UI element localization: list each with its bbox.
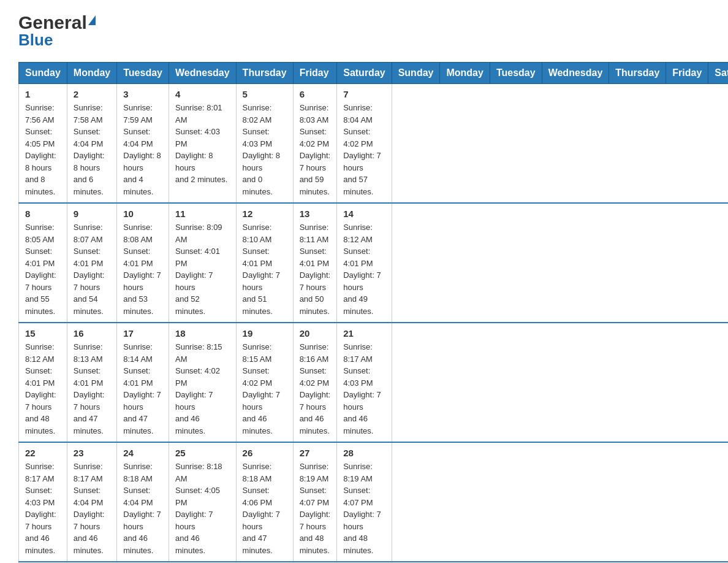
day-info: Sunrise: 7:59 AMSunset: 4:04 PMDaylight:… — [123, 102, 162, 197]
calendar-cell: 28 Sunrise: 8:19 AMSunset: 4:07 PMDaylig… — [337, 442, 392, 562]
day-info: Sunrise: 8:07 AMSunset: 4:01 PMDaylight:… — [74, 221, 110, 317]
day-info: Sunrise: 8:02 AMSunset: 4:03 PMDaylight:… — [243, 102, 287, 197]
logo: General Blue — [18, 12, 96, 50]
calendar-cell: 13 Sunrise: 8:11 AMSunset: 4:01 PMDaylig… — [293, 203, 337, 323]
calendar-cell: 20 Sunrise: 8:16 AMSunset: 4:02 PMDaylig… — [293, 323, 337, 442]
day-number: 23 — [74, 448, 110, 458]
day-number: 8 — [25, 209, 61, 219]
day-info: Sunrise: 7:56 AMSunset: 4:05 PMDaylight:… — [25, 102, 61, 197]
day-info: Sunrise: 8:11 AMSunset: 4:01 PMDaylight:… — [300, 221, 331, 317]
calendar-cell: 8 Sunrise: 8:05 AMSunset: 4:01 PMDayligh… — [19, 203, 67, 323]
day-info: Sunrise: 8:05 AMSunset: 4:01 PMDaylight:… — [25, 221, 61, 317]
day-info: Sunrise: 8:14 AMSunset: 4:01 PMDaylight:… — [123, 341, 162, 437]
calendar-table: SundayMondayTuesdayWednesdayThursdayFrid… — [18, 62, 728, 563]
day-info: Sunrise: 8:08 AMSunset: 4:01 PMDaylight:… — [123, 221, 162, 317]
header-thursday: Thursday — [236, 63, 293, 84]
day-number: 21 — [343, 328, 385, 339]
day-info: Sunrise: 8:19 AMSunset: 4:07 PMDaylight:… — [300, 461, 331, 556]
day-info: Sunrise: 8:03 AMSunset: 4:02 PMDaylight:… — [300, 102, 331, 197]
day-info: Sunrise: 8:09 AMSunset: 4:01 PMDaylight:… — [175, 221, 230, 317]
calendar-week-row: 22 Sunrise: 8:17 AMSunset: 4:03 PMDaylig… — [19, 442, 729, 562]
day-number: 6 — [300, 89, 331, 99]
calendar-header-row: SundayMondayTuesdayWednesdayThursdayFrid… — [19, 63, 729, 84]
calendar-cell: 12 Sunrise: 8:10 AMSunset: 4:01 PMDaylig… — [236, 203, 293, 323]
day-info: Sunrise: 8:15 AMSunset: 4:02 PMDaylight:… — [175, 341, 230, 437]
day-number: 4 — [175, 89, 230, 99]
calendar-cell: 7 Sunrise: 8:04 AMSunset: 4:02 PMDayligh… — [337, 84, 392, 204]
header-wednesday: Wednesday — [542, 63, 609, 84]
calendar-cell: 23 Sunrise: 8:17 AMSunset: 4:04 PMDaylig… — [67, 442, 116, 562]
calendar-cell: 21 Sunrise: 8:17 AMSunset: 4:03 PMDaylig… — [337, 323, 392, 442]
day-info: Sunrise: 8:04 AMSunset: 4:02 PMDaylight:… — [343, 102, 385, 197]
day-number: 26 — [243, 448, 287, 458]
header-thursday: Thursday — [609, 63, 666, 84]
header-friday: Friday — [666, 63, 708, 84]
day-info: Sunrise: 8:15 AMSunset: 4:02 PMDaylight:… — [243, 341, 287, 437]
day-number: 2 — [74, 89, 110, 99]
calendar-week-row: 1 Sunrise: 7:56 AMSunset: 4:05 PMDayligh… — [19, 84, 729, 204]
day-number: 17 — [123, 328, 162, 339]
calendar-cell: 18 Sunrise: 8:15 AMSunset: 4:02 PMDaylig… — [169, 323, 236, 442]
calendar-week-row: 8 Sunrise: 8:05 AMSunset: 4:01 PMDayligh… — [19, 203, 729, 323]
calendar-cell: 22 Sunrise: 8:17 AMSunset: 4:03 PMDaylig… — [19, 442, 67, 562]
day-number: 3 — [123, 89, 162, 99]
calendar-cell: 24 Sunrise: 8:18 AMSunset: 4:04 PMDaylig… — [117, 442, 169, 562]
calendar-cell: 5 Sunrise: 8:02 AMSunset: 4:03 PMDayligh… — [236, 84, 293, 204]
day-number: 7 — [343, 89, 385, 99]
day-number: 12 — [243, 209, 287, 219]
day-number: 11 — [175, 209, 230, 219]
calendar-cell: 9 Sunrise: 8:07 AMSunset: 4:01 PMDayligh… — [67, 203, 116, 323]
day-info: Sunrise: 8:17 AMSunset: 4:04 PMDaylight:… — [74, 461, 110, 556]
header-tuesday: Tuesday — [117, 63, 169, 84]
day-info: Sunrise: 8:10 AMSunset: 4:01 PMDaylight:… — [243, 221, 287, 317]
calendar-cell: 11 Sunrise: 8:09 AMSunset: 4:01 PMDaylig… — [169, 203, 236, 323]
day-number: 24 — [123, 448, 162, 458]
day-info: Sunrise: 8:18 AMSunset: 4:04 PMDaylight:… — [123, 461, 162, 556]
day-info: Sunrise: 8:17 AMSunset: 4:03 PMDaylight:… — [25, 461, 61, 556]
day-info: Sunrise: 8:17 AMSunset: 4:03 PMDaylight:… — [343, 341, 385, 437]
day-number: 27 — [300, 448, 331, 458]
day-number: 19 — [243, 328, 287, 339]
day-number: 10 — [123, 209, 162, 219]
day-number: 20 — [300, 328, 331, 339]
calendar-week-row: 15 Sunrise: 8:12 AMSunset: 4:01 PMDaylig… — [19, 323, 729, 442]
calendar-cell: 10 Sunrise: 8:08 AMSunset: 4:01 PMDaylig… — [117, 203, 169, 323]
day-number: 22 — [25, 448, 61, 458]
day-number: 16 — [74, 328, 110, 339]
day-info: Sunrise: 8:01 AMSunset: 4:03 PMDaylight:… — [175, 102, 230, 186]
day-number: 5 — [243, 89, 287, 99]
day-info: Sunrise: 8:13 AMSunset: 4:01 PMDaylight:… — [74, 341, 110, 437]
calendar-cell: 3 Sunrise: 7:59 AMSunset: 4:04 PMDayligh… — [117, 84, 169, 204]
header-sunday: Sunday — [392, 63, 440, 84]
day-number: 28 — [343, 448, 385, 458]
logo-blue-text: Blue — [18, 31, 53, 50]
calendar-cell: 1 Sunrise: 7:56 AMSunset: 4:05 PMDayligh… — [19, 84, 67, 204]
header-monday: Monday — [440, 63, 490, 84]
day-number: 18 — [175, 328, 230, 339]
calendar-cell: 17 Sunrise: 8:14 AMSunset: 4:01 PMDaylig… — [117, 323, 169, 442]
calendar-cell: 14 Sunrise: 8:12 AMSunset: 4:01 PMDaylig… — [337, 203, 392, 323]
calendar-cell: 15 Sunrise: 8:12 AMSunset: 4:01 PMDaylig… — [19, 323, 67, 442]
page-header: General Blue — [18, 12, 710, 50]
header-saturday: Saturday — [708, 63, 728, 84]
calendar-cell: 4 Sunrise: 8:01 AMSunset: 4:03 PMDayligh… — [169, 84, 236, 204]
day-info: Sunrise: 8:12 AMSunset: 4:01 PMDaylight:… — [25, 341, 61, 437]
day-info: Sunrise: 8:18 AMSunset: 4:05 PMDaylight:… — [175, 461, 230, 556]
day-info: Sunrise: 8:19 AMSunset: 4:07 PMDaylight:… — [343, 461, 385, 556]
header-wednesday: Wednesday — [169, 63, 236, 84]
header-sunday: Sunday — [19, 63, 67, 84]
day-number: 15 — [25, 328, 61, 339]
day-number: 9 — [74, 209, 110, 219]
day-number: 1 — [25, 89, 61, 99]
day-number: 14 — [343, 209, 385, 219]
calendar-cell: 27 Sunrise: 8:19 AMSunset: 4:07 PMDaylig… — [293, 442, 337, 562]
day-info: Sunrise: 8:16 AMSunset: 4:02 PMDaylight:… — [300, 341, 331, 437]
calendar-cell: 26 Sunrise: 8:18 AMSunset: 4:06 PMDaylig… — [236, 442, 293, 562]
day-info: Sunrise: 8:18 AMSunset: 4:06 PMDaylight:… — [243, 461, 287, 556]
day-info: Sunrise: 8:12 AMSunset: 4:01 PMDaylight:… — [343, 221, 385, 317]
header-tuesday: Tuesday — [490, 63, 542, 84]
header-monday: Monday — [67, 63, 116, 84]
header-saturday: Saturday — [337, 63, 392, 84]
calendar-cell: 25 Sunrise: 8:18 AMSunset: 4:05 PMDaylig… — [169, 442, 236, 562]
calendar-cell: 19 Sunrise: 8:15 AMSunset: 4:02 PMDaylig… — [236, 323, 293, 442]
